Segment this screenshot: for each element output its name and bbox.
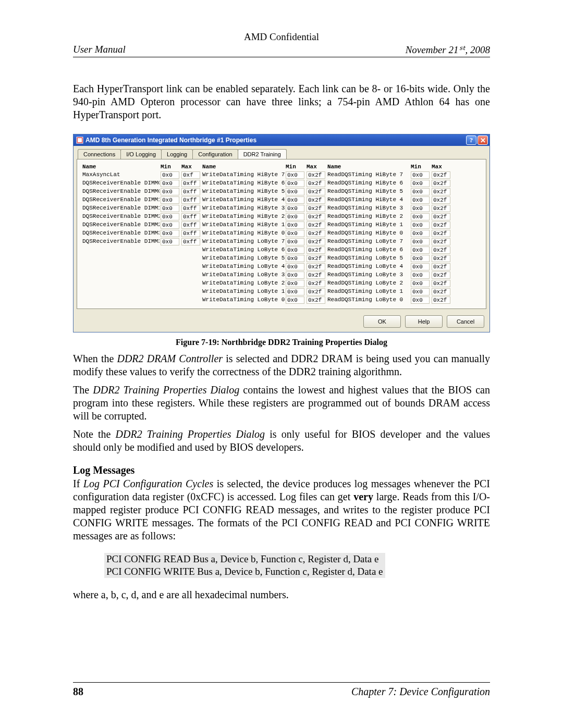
value-input[interactable]: 0x0 [411,238,430,245]
value-input[interactable]: 0x0 [286,272,304,279]
value-input[interactable]: 0x2f [307,246,325,254]
value-input[interactable]: 0x2f [432,238,450,245]
value-input[interactable]: 0x2f [432,280,450,287]
value-input[interactable]: 0x0 [411,221,430,229]
value-input[interactable]: 0x0 [161,238,179,245]
value-input[interactable]: 0x2f [307,196,325,204]
value-input[interactable]: 0x0 [411,255,430,262]
value-input[interactable]: 0x0 [411,246,430,254]
value-input[interactable]: 0x0 [161,180,179,187]
value-input[interactable]: 0x2f [307,280,325,287]
value-input[interactable]: 0x2f [432,205,450,212]
value-input[interactable]: 0xff [181,196,200,204]
value-input[interactable]: 0x2f [307,188,325,195]
empty-cell[interactable] [160,271,180,279]
value-input[interactable]: 0x2f [432,263,450,270]
value-input[interactable]: 0x0 [411,180,430,187]
help-button[interactable]: Help [405,315,443,328]
value-input[interactable]: 0xff [181,188,200,195]
empty-cell[interactable] [160,279,180,288]
value-input[interactable]: 0x0 [161,188,179,195]
value-input[interactable]: 0x0 [286,180,304,187]
value-input[interactable]: 0x0 [161,213,179,220]
value-input[interactable]: 0xff [181,230,200,237]
empty-cell[interactable] [180,279,201,288]
value-input[interactable]: 0x0 [411,297,430,304]
titlebar[interactable]: AMD 8th Generation Integrated Northbridg… [74,134,489,146]
value-input[interactable]: 0xff [181,213,200,220]
value-input[interactable]: 0xf [181,171,200,179]
value-input[interactable]: 0x2f [432,188,450,195]
value-input[interactable]: 0x2f [432,246,450,254]
value-input[interactable]: 0x2f [307,297,325,304]
value-input[interactable]: 0x2f [307,238,325,245]
empty-cell[interactable] [160,296,180,304]
value-input[interactable]: 0x0 [411,280,430,287]
value-input[interactable]: 0x0 [286,188,304,195]
help-button-titlebar[interactable]: ? [466,135,476,145]
value-input[interactable]: 0x0 [411,213,430,220]
value-input[interactable]: 0xff [181,205,200,212]
cancel-button[interactable]: Cancel [447,315,484,328]
empty-cell[interactable] [160,263,180,271]
value-input[interactable]: 0x2f [432,196,450,204]
value-input[interactable]: 0x0 [286,205,304,212]
value-input[interactable]: 0x0 [286,213,304,220]
value-input[interactable]: 0x0 [286,297,304,304]
value-input[interactable]: 0x2f [307,230,325,237]
close-button[interactable]: ✕ [478,135,488,145]
empty-cell[interactable] [160,246,180,254]
value-input[interactable]: 0x2f [307,288,325,295]
value-input[interactable]: 0x2f [307,255,325,262]
value-input[interactable]: 0x2f [432,255,450,262]
empty-cell[interactable] [180,296,201,304]
empty-cell[interactable] [180,271,201,279]
empty-cell[interactable] [160,288,180,296]
value-input[interactable]: 0x2f [307,263,325,270]
value-input[interactable]: 0x0 [411,230,430,237]
value-input[interactable]: 0x0 [411,272,430,279]
value-input[interactable]: 0x2f [432,180,450,187]
value-input[interactable]: 0x2f [307,221,325,229]
value-input[interactable]: 0x2f [432,171,450,179]
value-input[interactable]: 0x2f [307,205,325,212]
value-input[interactable]: 0x0 [411,196,430,204]
tab-connections[interactable]: Connections [78,149,121,159]
value-input[interactable]: 0x0 [411,288,430,295]
value-input[interactable]: 0x0 [286,255,304,262]
value-input[interactable]: 0x0 [286,221,304,229]
value-input[interactable]: 0x2f [432,272,450,279]
tab-logging[interactable]: Logging [161,149,193,159]
value-input[interactable]: 0x0 [161,205,179,212]
value-input[interactable]: 0x2f [432,230,450,237]
ok-button[interactable]: OK [363,315,401,328]
value-input[interactable]: 0x2f [307,272,325,279]
value-input[interactable]: 0x2f [432,297,450,304]
empty-cell[interactable] [180,288,201,296]
value-input[interactable]: 0xff [181,221,200,229]
value-input[interactable]: 0x0 [286,171,304,179]
value-input[interactable]: 0x2f [432,221,450,229]
value-input[interactable]: 0x0 [411,263,430,270]
value-input[interactable]: 0x2f [307,213,325,220]
value-input[interactable]: 0x2f [432,213,450,220]
value-input[interactable]: 0x0 [286,288,304,295]
empty-cell[interactable] [180,246,201,254]
value-input[interactable]: 0x2f [432,288,450,295]
value-input[interactable]: 0x0 [161,171,179,179]
value-input[interactable]: 0x0 [286,263,304,270]
value-input[interactable]: 0x0 [411,188,430,195]
value-input[interactable]: 0x0 [286,238,304,245]
value-input[interactable]: 0x0 [286,230,304,237]
empty-cell[interactable] [160,254,180,263]
value-input[interactable]: 0x0 [286,280,304,287]
value-input[interactable]: 0x0 [161,230,179,237]
value-input[interactable]: 0x0 [286,196,304,204]
value-input[interactable]: 0x0 [161,221,179,229]
value-input[interactable]: 0x0 [286,246,304,254]
value-input[interactable]: 0x0 [411,205,430,212]
value-input[interactable]: 0x0 [161,196,179,204]
value-input[interactable]: 0x0 [411,171,430,179]
empty-cell[interactable] [180,254,201,263]
value-input[interactable]: 0xff [181,238,200,245]
